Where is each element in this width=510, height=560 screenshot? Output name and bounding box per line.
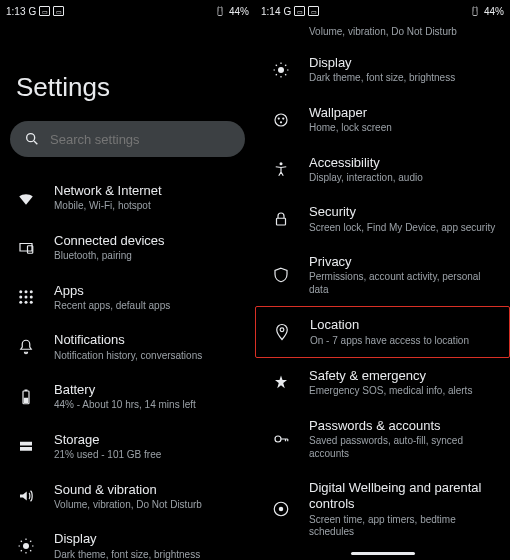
- status-bar: 1:14 G ▭ ▭ 44%: [255, 0, 510, 22]
- signal-icon: [184, 5, 196, 17]
- settings-row-apps[interactable]: AppsRecent apps, default apps: [0, 273, 255, 323]
- battery-status-icon: [214, 5, 226, 17]
- row-text: Battery44% - About 10 hrs, 14 mins left: [54, 382, 243, 412]
- settings-row-privacy[interactable]: PrivacyPermissions, account activity, pe…: [255, 244, 510, 306]
- notifications-icon: [16, 338, 36, 356]
- row-title: Location: [310, 317, 497, 333]
- settings-screen-left: 1:13 G ▭ ▭ 44% Settings Network & Intern…: [0, 0, 255, 560]
- location-icon: [272, 323, 292, 341]
- wifi-status-icon: [454, 5, 466, 17]
- row-title: Safety & emergency: [309, 368, 498, 384]
- row-title: Wallpaper: [309, 105, 498, 121]
- row-subtitle: On - 7 apps have access to location: [310, 335, 497, 348]
- row-text: Sound & vibrationVolume, vibration, Do N…: [54, 482, 243, 512]
- row-text: Passwords & accountsSaved passwords, aut…: [309, 418, 498, 460]
- row-text: Digital Wellbeing and parental controlsS…: [309, 480, 498, 539]
- settings-row-network-internet[interactable]: Network & InternetMobile, Wi-Fi, hotspot: [0, 173, 255, 223]
- row-title: Network & Internet: [54, 183, 243, 199]
- settings-row-sound-vibration[interactable]: Sound & vibrationVolume, vibration, Do N…: [0, 472, 255, 522]
- sound-icon: [16, 487, 36, 505]
- battery-percent: 44%: [484, 6, 504, 17]
- row-subtitle: Bluetooth, pairing: [54, 250, 243, 263]
- settings-row-accessibility[interactable]: AccessibilityDisplay, interaction, audio: [255, 145, 510, 195]
- status-carrier: G: [28, 6, 36, 17]
- status-time: 1:13: [6, 6, 25, 17]
- settings-row-passwords-accounts[interactable]: Passwords & accountsSaved passwords, aut…: [255, 408, 510, 470]
- settings-row-display[interactable]: DisplayDark theme, font size, brightness: [255, 45, 510, 95]
- row-title: Display: [54, 531, 243, 547]
- row-title: Notifications: [54, 332, 243, 348]
- status-time: 1:14: [261, 6, 280, 17]
- battery-percent: 44%: [229, 6, 249, 17]
- row-subtitle: 21% used - 101 GB free: [54, 449, 243, 462]
- row-subtitle: Permissions, account activity, personal …: [309, 271, 498, 296]
- row-title: Security: [309, 204, 498, 220]
- settings-screen-right: 1:14 G ▭ ▭ 44% Volume, vibration, Do Not…: [255, 0, 510, 560]
- settings-row-digital-wellbeing-and-parental-controls[interactable]: Digital Wellbeing and parental controlsS…: [255, 470, 510, 549]
- wellbeing-icon: [271, 500, 291, 518]
- continuation-subtitle: Volume, vibration, Do Not Disturb: [255, 22, 510, 45]
- row-title: Digital Wellbeing and parental controls: [309, 480, 498, 513]
- row-subtitle: Screen time, app timers, bedtime schedul…: [309, 514, 498, 539]
- settings-list-right: DisplayDark theme, font size, brightness…: [255, 45, 510, 560]
- display-icon: [16, 537, 36, 555]
- row-title: Privacy: [309, 254, 498, 270]
- row-title: Sound & vibration: [54, 482, 243, 498]
- home-indicator[interactable]: [351, 552, 415, 555]
- status-pill-icon: ▭: [39, 6, 50, 16]
- passwords-icon: [271, 430, 291, 448]
- row-subtitle: 44% - About 10 hrs, 14 mins left: [54, 399, 243, 412]
- status-pill-icon: ▭: [53, 6, 64, 16]
- privacy-icon: [271, 266, 291, 284]
- row-subtitle: Volume, vibration, Do Not Disturb: [54, 499, 243, 512]
- settings-row-storage[interactable]: Storage21% used - 101 GB free: [0, 422, 255, 472]
- settings-row-notifications[interactable]: NotificationsNotification history, conve…: [0, 322, 255, 372]
- row-text: Connected devicesBluetooth, pairing: [54, 233, 243, 263]
- row-subtitle: Recent apps, default apps: [54, 300, 243, 313]
- row-subtitle: Home, lock screen: [309, 122, 498, 135]
- row-subtitle: Dark theme, font size, brightness: [54, 549, 243, 561]
- settings-row-display[interactable]: DisplayDark theme, font size, brightness: [0, 521, 255, 560]
- row-text: Network & InternetMobile, Wi-Fi, hotspot: [54, 183, 243, 213]
- row-subtitle: Dark theme, font size, brightness: [309, 72, 498, 85]
- settings-row-connected-devices[interactable]: Connected devicesBluetooth, pairing: [0, 223, 255, 273]
- settings-row-wallpaper[interactable]: WallpaperHome, lock screen: [255, 95, 510, 145]
- emergency-icon: [271, 374, 291, 392]
- settings-row-battery[interactable]: Battery44% - About 10 hrs, 14 mins left: [0, 372, 255, 422]
- row-title: Battery: [54, 382, 243, 398]
- row-text: PrivacyPermissions, account activity, pe…: [309, 254, 498, 296]
- row-title: Display: [309, 55, 498, 71]
- row-subtitle: Mobile, Wi-Fi, hotspot: [54, 200, 243, 213]
- status-carrier: G: [283, 6, 291, 17]
- row-text: LocationOn - 7 apps have access to locat…: [310, 317, 497, 347]
- row-title: Apps: [54, 283, 243, 299]
- row-subtitle: Screen lock, Find My Device, app securit…: [309, 222, 498, 235]
- row-title: Passwords & accounts: [309, 418, 498, 434]
- page-title: Settings: [0, 22, 255, 121]
- accessibility-icon: [271, 160, 291, 178]
- row-text: DisplayDark theme, font size, brightness: [309, 55, 498, 85]
- row-subtitle: Notification history, conversations: [54, 350, 243, 363]
- row-title: Storage: [54, 432, 243, 448]
- wifi-icon: [16, 189, 36, 207]
- row-text: Storage21% used - 101 GB free: [54, 432, 243, 462]
- settings-row-location[interactable]: LocationOn - 7 apps have access to locat…: [255, 306, 510, 358]
- battery-status-icon: [469, 5, 481, 17]
- row-subtitle: Saved passwords, auto-fill, synced accou…: [309, 435, 498, 460]
- display-icon: [271, 61, 291, 79]
- settings-list-left: Network & InternetMobile, Wi-Fi, hotspot…: [0, 173, 255, 560]
- row-title: Accessibility: [309, 155, 498, 171]
- status-pill-icon: ▭: [308, 6, 319, 16]
- settings-row-safety-emergency[interactable]: Safety & emergencyEmergency SOS, medical…: [255, 358, 510, 408]
- search-bar[interactable]: [10, 121, 245, 157]
- storage-icon: [16, 438, 36, 456]
- row-text: SecurityScreen lock, Find My Device, app…: [309, 204, 498, 234]
- wifi-status-icon: [199, 5, 211, 17]
- battery-icon: [16, 388, 36, 406]
- settings-row-security[interactable]: SecurityScreen lock, Find My Device, app…: [255, 194, 510, 244]
- search-input[interactable]: [50, 132, 231, 147]
- search-icon: [24, 131, 40, 147]
- security-icon: [271, 210, 291, 228]
- devices-icon: [16, 239, 36, 257]
- status-pill-icon: ▭: [294, 6, 305, 16]
